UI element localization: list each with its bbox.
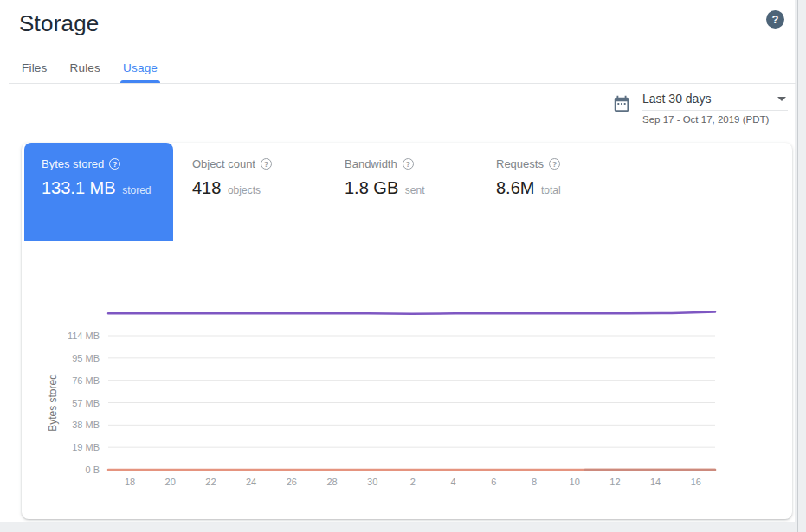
- stat-help-icon[interactable]: ?: [549, 158, 560, 170]
- page-edge: [797, 0, 798, 532]
- svg-text:8: 8: [532, 477, 537, 487]
- date-range-detail: Sep 17 - Oct 17, 2019 (PDT): [642, 114, 788, 125]
- stat-object-count-unit: objects: [228, 184, 261, 196]
- svg-text:12: 12: [609, 477, 620, 487]
- svg-text:18: 18: [125, 477, 135, 487]
- stat-requests-value: 8.6M: [496, 178, 534, 197]
- date-range-label: Last 30 days: [642, 92, 711, 106]
- svg-text:6: 6: [491, 477, 496, 487]
- stat-bandwidth-value: 1.8 GB: [345, 178, 398, 197]
- stat-bytes-stored[interactable]: Bytes stored ? 133.1 MB stored: [24, 143, 173, 241]
- svg-text:38 MB: 38 MB: [72, 420, 100, 430]
- stat-object-count-label: Object count: [192, 157, 255, 170]
- help-button[interactable]: ?: [766, 10, 784, 29]
- help-icon: ?: [772, 13, 779, 26]
- stat-help-icon[interactable]: ?: [403, 158, 414, 170]
- svg-text:2: 2: [410, 477, 416, 487]
- stat-object-count[interactable]: Object count ? 418 objects: [192, 157, 272, 198]
- stat-object-count-value: 418: [192, 178, 221, 197]
- stat-help-icon[interactable]: ?: [261, 158, 272, 170]
- tab-bar: Files Rules Usage: [10, 54, 169, 83]
- stat-bytes-stored-label: Bytes stored: [42, 157, 104, 170]
- stat-bytes-stored-unit: stored: [122, 184, 151, 196]
- svg-text:16: 16: [691, 477, 701, 487]
- stat-requests-label: Requests: [496, 157, 544, 170]
- svg-text:0 B: 0 B: [85, 465, 100, 475]
- svg-text:114 MB: 114 MB: [68, 330, 100, 341]
- svg-text:30: 30: [367, 477, 377, 487]
- chevron-down-icon: [777, 97, 786, 101]
- svg-text:19 MB: 19 MB: [72, 442, 100, 452]
- bytes-stored-chart: 0 B19 MB38 MB57 MB76 MB95 MB114 MB182022…: [22, 272, 792, 502]
- svg-text:95 MB: 95 MB: [72, 353, 100, 363]
- svg-text:28: 28: [326, 477, 337, 487]
- svg-text:20: 20: [165, 477, 176, 487]
- storage-page: Storage ? Files Rules Usage Last 30 days…: [0, 0, 795, 522]
- stat-help-icon[interactable]: ?: [109, 158, 120, 170]
- page-header: Storage: [19, 10, 795, 45]
- stat-bytes-stored-value: 133.1 MB: [42, 178, 116, 197]
- svg-text:24: 24: [246, 477, 256, 487]
- line-chart: 0 B19 MB38 MB57 MB76 MB95 MB114 MB182022…: [22, 272, 792, 502]
- tabs-divider: [9, 83, 796, 84]
- date-range-text: Last 30 days Sep 17 - Oct 17, 2019 (PDT): [642, 92, 788, 125]
- svg-text:76 MB: 76 MB: [72, 375, 100, 386]
- date-range-picker[interactable]: Last 30 days Sep 17 - Oct 17, 2019 (PDT): [612, 92, 788, 125]
- stat-bandwidth[interactable]: Bandwidth ? 1.8 GB sent: [345, 157, 425, 198]
- stat-bandwidth-unit: sent: [405, 184, 425, 196]
- stat-bandwidth-label: Bandwidth: [345, 157, 397, 170]
- svg-text:10: 10: [570, 477, 580, 487]
- stat-requests-unit: total: [541, 184, 561, 196]
- svg-text:14: 14: [650, 477, 661, 487]
- usage-card: Bytes stored ? 133.1 MB stored Object co…: [22, 143, 792, 519]
- tab-rules[interactable]: Rules: [59, 54, 113, 83]
- svg-text:22: 22: [205, 477, 216, 487]
- tab-files[interactable]: Files: [10, 54, 59, 83]
- svg-text:57 MB: 57 MB: [72, 398, 100, 408]
- calendar-icon: [612, 94, 631, 113]
- svg-text:26: 26: [287, 477, 297, 487]
- tab-usage[interactable]: Usage: [112, 54, 169, 83]
- svg-text:Bytes stored: Bytes stored: [47, 374, 59, 432]
- page-title: Storage: [19, 10, 795, 37]
- stat-requests[interactable]: Requests ? 8.6M total: [496, 157, 561, 198]
- svg-text:4: 4: [451, 477, 456, 487]
